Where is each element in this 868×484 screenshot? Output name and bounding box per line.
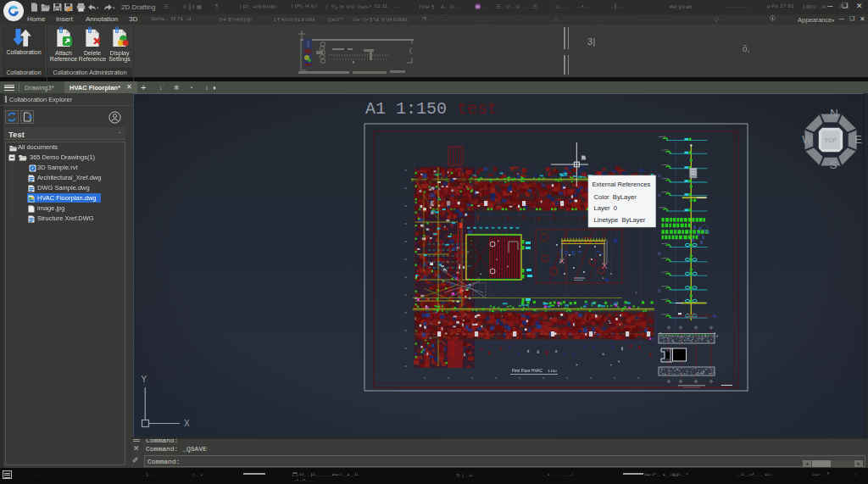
svg-text:N: N xyxy=(830,107,837,120)
svg-text:Y: Y xyxy=(142,375,147,384)
svg-text:S: S xyxy=(830,159,837,171)
svg-text:A1 1:150: A1 1:150 xyxy=(365,99,447,119)
svg-text:1:100: 1:100 xyxy=(548,369,557,373)
svg-text:test: test xyxy=(457,99,498,119)
svg-text:X: X xyxy=(184,419,190,428)
svg-text:W: W xyxy=(802,133,813,146)
svg-text:External References: External References xyxy=(593,181,651,188)
svg-text:G: G xyxy=(716,335,719,338)
svg-text:TOP: TOP xyxy=(825,137,837,143)
svg-text:Linetype ByLayer: Linetype ByLayer xyxy=(594,216,646,224)
svg-text:E: E xyxy=(854,133,862,146)
svg-text:Layer 0: Layer 0 xyxy=(594,204,617,212)
svg-text:First Floor HVAC: First Floor HVAC xyxy=(512,369,542,373)
svg-text:Color ByLayer: Color ByLayer xyxy=(594,193,637,201)
